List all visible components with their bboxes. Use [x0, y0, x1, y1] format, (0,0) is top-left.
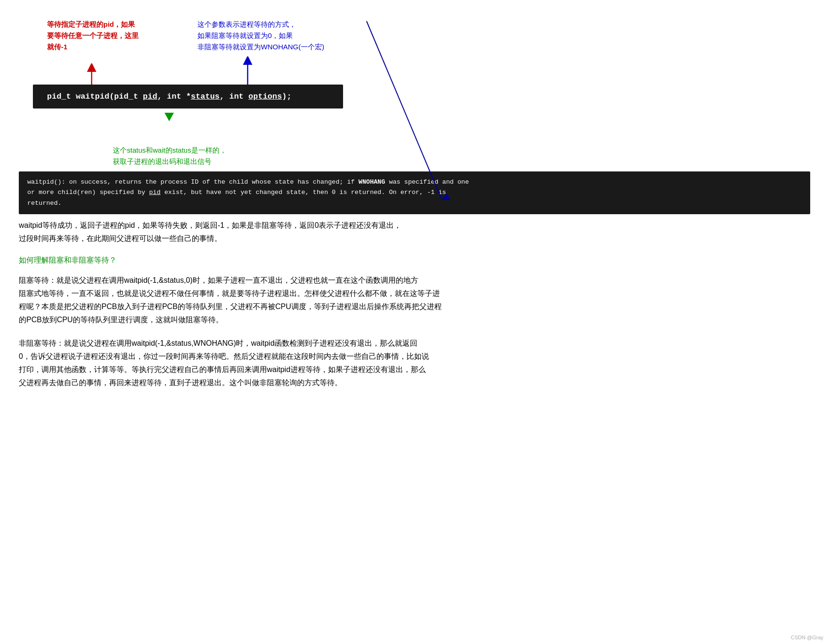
annotation-red: 等待指定子进程的pid，如果 要等待任意一个子进程，这里 就传-1 [47, 19, 141, 53]
watermark: CSDN @Gray [791, 635, 823, 640]
content-section: waitpid等待成功，返回子进程的pid，如果等待失败，则返回-1，如果是非阻… [19, 219, 810, 389]
svg-marker-5 [164, 113, 174, 121]
arrow-green-down [157, 113, 181, 141]
paragraph-1: waitpid等待成功，返回子进程的pid，如果等待失败，则返回-1，如果是非阻… [19, 219, 810, 245]
paragraph-blocking: 阻塞等待：就是说父进程在调用waitpid(-1,&status,0)时，如果子… [19, 274, 810, 326]
paragraph-nonblocking: 非阻塞等待：就是说父进程在调用waitpid(-1,&status,WNOHAN… [19, 337, 810, 389]
diagram-section: 等待指定子进程的pid，如果 要等待任意一个子进程，这里 就传-1 这个参数表示… [19, 14, 810, 169]
code-block-waitpid: pid_t waitpid(pid_t pid, int *status, in… [33, 85, 343, 109]
svg-line-8 [367, 21, 442, 200]
section-title-blocking: 如何理解阻塞和非阻塞等待？ [19, 256, 810, 265]
arrow-blue-diagonal [348, 16, 479, 218]
annotation-green: 这个status和wait的status是一样的， 获取子进程的退出码和退出信号 [113, 145, 227, 167]
svg-rect-6 [168, 113, 171, 114]
